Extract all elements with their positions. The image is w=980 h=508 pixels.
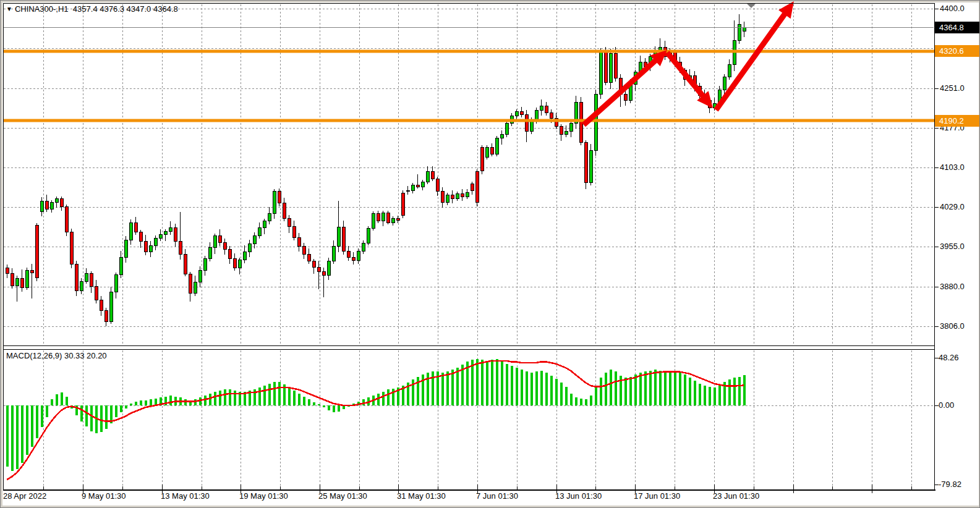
candle-body xyxy=(372,213,375,228)
candle-body xyxy=(292,227,296,237)
price-scale-label[interactable]: 3806.0 xyxy=(940,321,965,331)
trend-arrow-shaft[interactable] xyxy=(584,55,662,125)
macd-histogram-bar xyxy=(570,394,573,405)
candle-body xyxy=(179,241,182,255)
candle-body xyxy=(30,271,33,273)
macd-histogram-bar xyxy=(491,360,493,405)
candle-body xyxy=(273,192,276,213)
candle-body xyxy=(238,260,241,268)
candle-body xyxy=(144,241,147,252)
price-scale-label[interactable]: 4400.0 xyxy=(940,4,965,13)
macd-histogram-bar xyxy=(169,396,172,405)
price-scale-label[interactable]: 4251.0 xyxy=(940,83,965,93)
candle-body xyxy=(396,218,399,220)
time-scale-label[interactable]: 17 Jun 01:30 xyxy=(634,491,680,501)
candle-body xyxy=(243,252,246,260)
candle-body xyxy=(584,142,587,182)
candle-body xyxy=(100,300,103,310)
macd-histogram-bar xyxy=(115,405,117,417)
macd-histogram-bar xyxy=(313,402,315,405)
candle-body xyxy=(550,113,553,119)
chart-title: ▼CHINA300-,H1 4357.4 4376.3 4347.0 4364.… xyxy=(6,4,178,14)
macd-histogram-bar xyxy=(689,378,691,405)
macd-histogram-bar xyxy=(565,387,568,405)
candle-body xyxy=(258,228,261,236)
macd-histogram-bar xyxy=(80,405,83,421)
candle-body xyxy=(431,172,434,179)
candle-body xyxy=(594,94,597,150)
candle-body xyxy=(312,261,315,267)
time-scale-label[interactable]: 25 May 01:30 xyxy=(318,491,367,501)
macd-histogram-bar xyxy=(743,375,746,405)
candle-body xyxy=(208,248,211,259)
macd-histogram-bar xyxy=(323,405,325,407)
candle-body xyxy=(441,192,444,202)
price-scale-label[interactable]: 3880.0 xyxy=(940,282,965,291)
price-scale-label[interactable]: 4029.0 xyxy=(940,202,965,211)
macd-histogram-bar xyxy=(145,400,147,405)
time-scale-label[interactable]: 28 Apr 2022 xyxy=(3,491,46,501)
candle-body xyxy=(278,192,281,203)
candle-body xyxy=(505,123,508,134)
macd-histogram-bar xyxy=(288,387,291,405)
macd-signal-line xyxy=(7,361,744,480)
macd-histogram-bar xyxy=(540,371,543,405)
candle-body xyxy=(109,292,113,321)
candle-body xyxy=(139,232,142,242)
time-scale-label[interactable]: 13 Jun 01:30 xyxy=(555,491,602,501)
candle-body xyxy=(416,185,419,187)
candle-body xyxy=(589,150,592,182)
macd-histogram-bar xyxy=(526,371,528,405)
candle-body xyxy=(184,255,187,274)
trend-arrow-shaft[interactable] xyxy=(667,53,708,103)
indicator-scale-label[interactable]: 0.00 xyxy=(939,400,954,410)
macd-histogram-bar xyxy=(382,392,385,405)
time-scale-label[interactable]: 13 May 01:30 xyxy=(161,491,210,501)
macd-histogram-bar xyxy=(66,397,68,405)
candle-body xyxy=(159,235,162,239)
time-scale-label[interactable]: 9 May 01:30 xyxy=(82,491,126,501)
macd-histogram-bar xyxy=(258,387,261,405)
candle-body xyxy=(327,261,330,275)
time-scale-label[interactable]: 7 Jun 01:30 xyxy=(476,491,518,501)
trend-arrow-shaft[interactable] xyxy=(716,7,790,110)
candle-body xyxy=(525,114,528,132)
candle-body xyxy=(213,236,216,248)
macd-histogram-bar xyxy=(150,399,152,405)
macd-histogram-bar xyxy=(699,384,701,405)
time-scale-label[interactable]: 19 May 01:30 xyxy=(239,491,288,501)
macd-histogram-bar xyxy=(714,387,716,405)
candle-body xyxy=(347,252,350,258)
macd-histogram-bar xyxy=(298,394,300,405)
macd-histogram-bar xyxy=(392,389,394,405)
macd-histogram-bar xyxy=(664,371,667,405)
macd-histogram-bar xyxy=(427,373,429,405)
macd-histogram-bar xyxy=(278,382,281,405)
macd-histogram-bar xyxy=(204,396,207,405)
candle-body xyxy=(307,254,310,261)
candle-body xyxy=(268,213,271,221)
macd-histogram-bar xyxy=(155,399,157,405)
candle-body xyxy=(218,236,221,243)
price-scale-label[interactable]: 3955.0 xyxy=(940,242,965,251)
candle-body xyxy=(406,190,409,192)
symbol-dropdown-icon: ▼ xyxy=(6,6,12,12)
indicator-scale-label[interactable]: 48.26 xyxy=(939,353,959,362)
chart-canvas[interactable] xyxy=(1,1,980,508)
candle-body xyxy=(738,25,741,41)
price-scale-label[interactable]: 4103.0 xyxy=(940,163,965,172)
candle-body xyxy=(6,268,9,274)
candle-body xyxy=(436,179,439,192)
macd-histogram-bar xyxy=(105,405,108,429)
candle-body xyxy=(743,27,746,31)
candle-body xyxy=(381,213,385,221)
candle-body xyxy=(426,172,429,182)
macd-histogram-bar xyxy=(6,405,9,467)
macd-histogram-bar xyxy=(476,359,479,405)
candle-body xyxy=(515,111,518,116)
candle-body xyxy=(65,206,68,232)
candle-body xyxy=(485,148,488,158)
time-scale-label[interactable]: 23 Jun 01:30 xyxy=(713,491,759,501)
time-scale-label[interactable]: 31 May 01:30 xyxy=(397,491,446,501)
indicator-scale-label[interactable]: -79.82 xyxy=(939,480,961,489)
